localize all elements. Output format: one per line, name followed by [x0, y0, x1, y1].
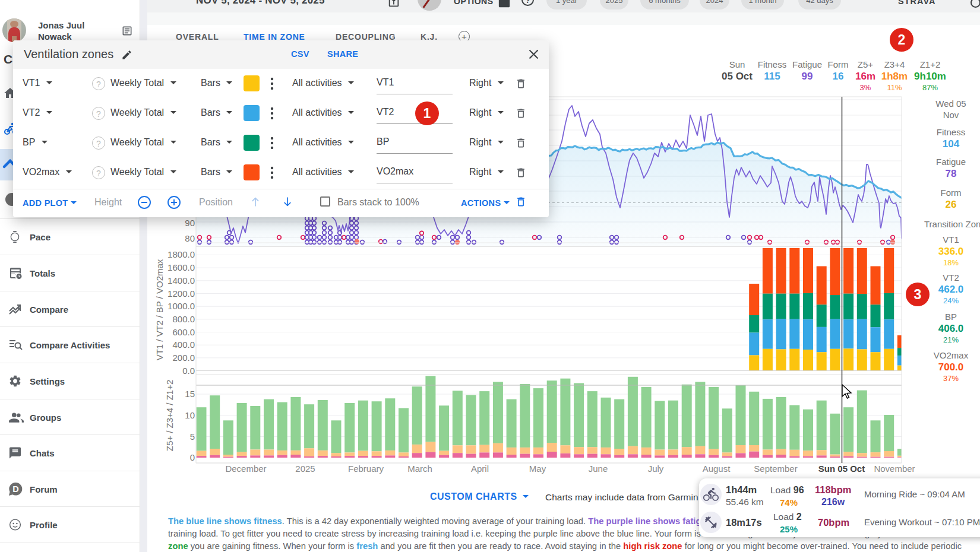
- svg-text:D: D: [12, 484, 18, 494]
